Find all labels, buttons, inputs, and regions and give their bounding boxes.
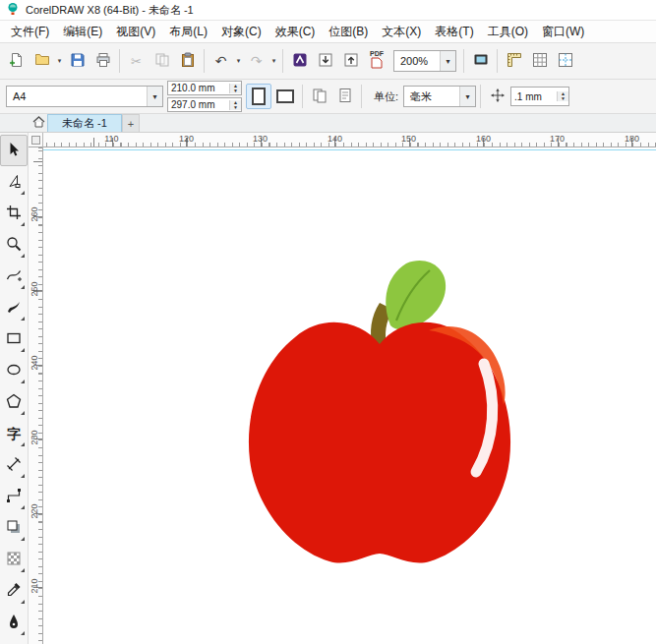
open-dropdown-caret[interactable]: ▾	[55, 57, 64, 65]
canvas-area: 110 120 130 140 150 160 170 180 260 250 …	[29, 133, 656, 644]
artistic-media-tool-icon	[6, 299, 22, 318]
drop-shadow-tool[interactable]	[0, 512, 28, 544]
menu-item-view[interactable]: 视图(V)	[109, 21, 162, 43]
new-document-button[interactable]	[4, 49, 29, 74]
vruler-tick-label: 220	[30, 503, 39, 519]
standard-toolbar: ▾ ✂ ↶ ▾ ↷ ▾ PDF	[0, 43, 656, 80]
document-tab[interactable]: 未命名 -1	[47, 114, 122, 132]
page-size-dropdown-caret[interactable]: ▾	[147, 87, 162, 106]
shape-tool[interactable]	[0, 166, 28, 198]
polygon-tool[interactable]	[0, 386, 28, 418]
fullscreen-preview-button[interactable]	[468, 49, 493, 74]
toolbar-separator	[302, 85, 303, 108]
connector-tool-icon	[6, 488, 22, 506]
all-pages-button[interactable]	[307, 85, 331, 109]
page-size-preset-value: A4	[7, 87, 147, 106]
window-title: CorelDRAW X8 (64-Bit) - 未命名 -1	[26, 3, 194, 18]
menu-item-text[interactable]: 文本(X)	[375, 21, 428, 43]
cut-button[interactable]: ✂	[124, 49, 149, 74]
transparency-tool[interactable]	[0, 544, 28, 575]
zoom-level-combobox[interactable]: 200% ▾	[393, 50, 456, 72]
import-button[interactable]	[313, 49, 337, 74]
menu-bar: 文件(F) 编辑(E) 视图(V) 布局(L) 对象(C) 效果(C) 位图(B…	[0, 21, 656, 43]
crop-tool[interactable]	[0, 198, 28, 229]
freehand-tool-icon	[6, 267, 22, 286]
ruler-origin-corner[interactable]	[29, 133, 43, 147]
new-document-icon	[9, 52, 25, 71]
export-button[interactable]	[338, 49, 363, 74]
page-height-spinner[interactable]: ▲▼	[229, 100, 241, 110]
rectangle-tool[interactable]	[0, 323, 28, 355]
vruler-tick-label: 210	[30, 578, 39, 594]
home-icon	[32, 116, 45, 131]
units-dropdown-caret[interactable]: ▾	[459, 87, 475, 106]
menu-item-tools[interactable]: 工具(O)	[481, 21, 535, 43]
crop-tool-icon	[6, 205, 22, 223]
page-height-field[interactable]: 297.0 mm ▲▼	[167, 97, 242, 112]
undo-dropdown-caret[interactable]: ▾	[234, 57, 243, 65]
units-combobox[interactable]: 毫米 ▾	[403, 86, 476, 107]
redo-button[interactable]: ↷	[244, 49, 268, 74]
nudge-offset-button[interactable]	[485, 85, 509, 109]
new-document-tab-button[interactable]: +	[122, 114, 140, 132]
parallel-dimension-tool[interactable]	[0, 449, 28, 481]
redo-icon: ↷	[251, 53, 263, 69]
pick-tool-icon	[6, 142, 22, 160]
print-button[interactable]	[90, 49, 115, 74]
show-guidelines-button[interactable]	[553, 49, 577, 74]
menu-item-bitmaps[interactable]: 位图(B)	[322, 21, 375, 43]
text-tool[interactable]: 字	[0, 418, 28, 449]
current-page-button[interactable]	[332, 85, 357, 109]
zoom-level-value: 200%	[394, 51, 440, 71]
portrait-orientation-button[interactable]	[246, 84, 271, 109]
toolbar-separator	[497, 49, 498, 73]
menu-item-layout[interactable]: 布局(L)	[162, 21, 214, 43]
pick-tool[interactable]	[0, 135, 28, 166]
coreldraw-window: CorelDRAW X8 (64-Bit) - 未命名 -1 文件(F) 编辑(…	[0, 0, 656, 644]
show-grid-button[interactable]	[527, 49, 552, 74]
nudge-distance-spinner[interactable]: ▲▼	[557, 91, 568, 101]
app-launcher-button[interactable]	[287, 49, 312, 74]
nudge-distance-value: .1 mm	[511, 91, 557, 102]
horizontal-ruler[interactable]: 110 120 130 140 150 160 170 180	[43, 133, 656, 147]
apple-object[interactable]	[236, 254, 521, 578]
menu-item-window[interactable]: 窗口(W)	[535, 21, 591, 43]
ellipse-tool[interactable]	[0, 355, 28, 386]
copy-button[interactable]	[149, 49, 174, 74]
redo-dropdown-caret[interactable]: ▾	[269, 57, 278, 65]
page-width-value: 210.0 mm	[168, 83, 229, 93]
menu-item-object[interactable]: 对象(C)	[214, 21, 268, 43]
grid-icon	[532, 52, 548, 71]
page-size-preset-combobox[interactable]: A4 ▾	[6, 86, 163, 107]
menu-item-table[interactable]: 表格(T)	[428, 21, 480, 43]
open-button[interactable]	[30, 49, 54, 74]
color-eyedropper-tool[interactable]	[0, 575, 28, 607]
publish-pdf-button[interactable]: PDF	[364, 48, 389, 74]
connector-tool[interactable]	[0, 481, 28, 512]
zoom-tool[interactable]	[0, 229, 28, 261]
undo-button[interactable]: ↶	[209, 49, 233, 74]
page-guideline[interactable]	[43, 149, 656, 150]
page-width-spinner[interactable]: ▲▼	[229, 84, 241, 93]
toolbar-separator	[463, 49, 464, 73]
welcome-screen-button[interactable]	[30, 114, 47, 132]
rectangle-tool-icon	[6, 330, 22, 349]
interactive-fill-tool[interactable]	[0, 638, 28, 644]
nudge-distance-field[interactable]: .1 mm ▲▼	[510, 87, 569, 106]
menu-item-edit[interactable]: 编辑(E)	[56, 21, 109, 43]
menu-item-effects[interactable]: 效果(C)	[268, 21, 323, 43]
coreldraw-logo-icon	[6, 2, 20, 19]
save-button[interactable]	[65, 49, 89, 74]
landscape-orientation-button[interactable]	[272, 84, 298, 109]
paste-button[interactable]	[175, 49, 200, 74]
vertical-ruler[interactable]: 260 250 240 230 220 210	[29, 147, 43, 644]
zoom-dropdown-caret[interactable]: ▾	[440, 51, 455, 71]
drawing-canvas[interactable]	[43, 147, 656, 644]
app-launcher-icon	[292, 52, 308, 71]
show-rulers-button[interactable]	[502, 49, 526, 74]
artistic-media-tool[interactable]	[0, 292, 28, 323]
freehand-tool[interactable]	[0, 261, 28, 292]
page-width-field[interactable]: 210.0 mm ▲▼	[167, 81, 242, 95]
menu-item-file[interactable]: 文件(F)	[4, 21, 56, 43]
outline-pen-tool[interactable]	[0, 607, 28, 638]
